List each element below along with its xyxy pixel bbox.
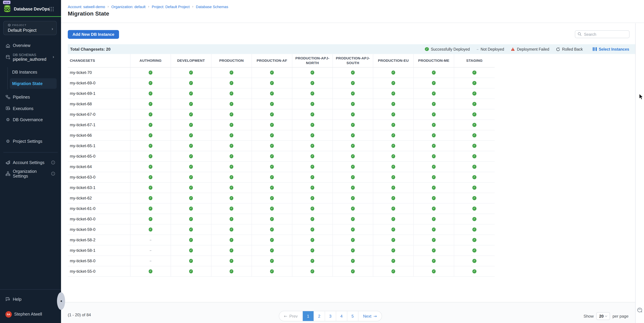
status-cell	[454, 120, 495, 130]
sidebar-item-migration-state[interactable]: Migration State	[10, 78, 57, 89]
deployed-check-icon	[149, 154, 152, 158]
page-button-3[interactable]: 3	[325, 311, 336, 321]
page-button-2[interactable]: 2	[314, 311, 325, 321]
status-cell	[373, 256, 414, 266]
status-cell	[454, 256, 495, 266]
deployed-check-icon	[230, 144, 234, 148]
deployed-check-icon	[472, 123, 476, 127]
support-chat-icon[interactable]	[637, 307, 643, 314]
deployed-check-icon	[432, 228, 436, 231]
deployed-check-icon	[351, 81, 355, 85]
status-cell	[130, 120, 171, 130]
not-deployed-dash-icon: –	[150, 248, 152, 253]
breadcrumb-link[interactable]: Project: Default Project	[152, 5, 190, 9]
legend-item: Deployment Failed	[511, 47, 549, 51]
submenu-indent-line	[8, 67, 8, 89]
status-cell	[130, 266, 171, 277]
status-cell	[252, 183, 292, 193]
status-cell	[454, 78, 495, 88]
column-header: DEVELOPMENT	[171, 54, 212, 68]
page-button-4[interactable]: 4	[336, 311, 347, 321]
sidebar-item-account-settings[interactable]: Account Settings	[0, 159, 61, 166]
deployed-check-icon	[310, 175, 314, 179]
deployed-check-icon	[310, 269, 314, 273]
sidebar-item-db-schemas[interactable]: DB SCHEMAS pipeline_authored ›	[0, 51, 61, 63]
deployed-check-icon	[270, 165, 274, 169]
cube-icon	[8, 24, 11, 27]
status-cell	[252, 88, 292, 99]
status-cell	[454, 172, 495, 183]
page-button-1[interactable]: 1	[302, 311, 314, 321]
module-switcher-grid-icon[interactable]	[49, 7, 54, 13]
deployed-check-icon	[189, 207, 193, 211]
prev-page-button[interactable]: ← Prev	[279, 311, 302, 321]
deployed-check-icon	[432, 165, 436, 169]
status-cell	[130, 99, 171, 109]
deployed-check-icon	[432, 196, 436, 200]
deployed-check-icon	[310, 217, 314, 221]
breadcrumb-link[interactable]: Database Schemas	[196, 5, 228, 9]
info-icon	[51, 161, 55, 164]
page-size-select[interactable]: 20	[596, 312, 610, 320]
deployed-check-icon	[310, 71, 314, 75]
deployed-check-icon	[432, 207, 436, 211]
sidebar-item-help[interactable]: ? Help	[0, 296, 61, 303]
deployed-check-icon	[270, 196, 274, 200]
deployed-check-icon	[351, 175, 355, 179]
deployed-check-icon	[230, 259, 234, 263]
status-cell	[333, 224, 373, 235]
status-cell	[252, 172, 292, 183]
status-cell	[414, 193, 454, 203]
status-cell	[212, 235, 252, 245]
next-page-button[interactable]: Next →	[358, 311, 382, 321]
sidebar-item-overview[interactable]: Overview	[0, 42, 61, 49]
deployed-check-icon	[432, 81, 436, 85]
status-cell	[454, 130, 495, 141]
page-button-5[interactable]: 5	[347, 311, 358, 321]
sidebar-item-db-instances[interactable]: DB Instances	[12, 70, 37, 75]
pager: ← Prev 12345 Next →	[279, 311, 382, 321]
breadcrumb-link[interactable]: Organization: default	[111, 5, 146, 9]
deployed-check-icon	[310, 249, 314, 252]
status-cell	[414, 183, 454, 193]
sidebar-item-project-settings[interactable]: ⚙ Project Settings	[0, 138, 61, 145]
deployed-check-icon	[270, 238, 274, 242]
sidebar-item-db-governance[interactable]: ⚙ DB Governance	[0, 116, 61, 123]
deployed-check-icon	[472, 154, 476, 158]
sidebar-collapse-handle[interactable]: ◀	[57, 292, 65, 310]
deployed-check-icon	[472, 217, 476, 221]
deployed-check-icon	[270, 144, 274, 148]
sidebar-item-executions[interactable]: Executions	[0, 105, 61, 112]
status-cell	[454, 162, 495, 172]
deployed-check-icon	[230, 269, 234, 273]
table-row: my-ticket-70	[68, 68, 495, 78]
search-input[interactable]	[575, 30, 630, 38]
status-cell	[454, 214, 495, 224]
changeset-name: my-ticket-67-0	[68, 109, 130, 120]
project-selector[interactable]: PROJECT Default Project ›	[3, 21, 57, 35]
status-cell	[130, 151, 171, 162]
select-instances-button[interactable]: Select Instances	[593, 47, 629, 51]
status-cell	[130, 88, 171, 99]
add-new-db-instance-button[interactable]: Add New DB Instance	[68, 30, 119, 39]
prev-label: Prev	[289, 314, 298, 318]
deployed-check-icon	[189, 113, 193, 116]
deployed-check-icon	[270, 71, 274, 75]
status-cell	[171, 68, 212, 78]
status-cell	[292, 88, 333, 99]
column-header: PRODUCTION-AF	[252, 54, 292, 68]
sidebar-item-organization-settings[interactable]: Organization Settings	[0, 170, 61, 177]
deployed-check-icon	[270, 228, 274, 231]
deployed-check-icon	[270, 186, 274, 190]
user-menu[interactable]: SA Stephen Atwell	[0, 310, 61, 318]
breadcrumb-link[interactable]: Account: satwell-demo	[68, 5, 105, 9]
table-row: my-ticket-58-2–	[68, 235, 495, 245]
sidebar-item-pipelines[interactable]: Pipelines	[0, 94, 61, 101]
deployed-check-icon	[472, 165, 476, 169]
status-cell	[414, 78, 454, 88]
deployed-check-icon	[149, 217, 152, 221]
deployed-check-icon	[189, 123, 193, 127]
deployed-check-icon	[230, 238, 234, 242]
deployed-check-icon	[472, 207, 476, 211]
deployed-check-icon	[270, 175, 274, 179]
